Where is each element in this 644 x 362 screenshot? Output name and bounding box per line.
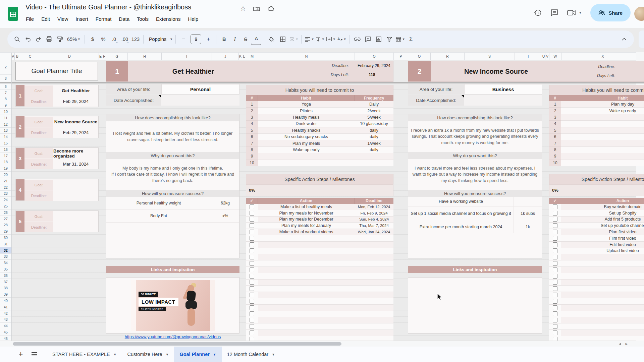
checkbox-icon[interactable]: [553, 230, 557, 234]
action-row[interactable]: [549, 273, 644, 280]
row-header-19[interactable]: 19: [0, 165, 11, 172]
action-name[interactable]: [561, 273, 644, 280]
column-header-G[interactable]: G: [106, 53, 128, 60]
row-header-33[interactable]: 33: [0, 254, 11, 260]
goal-card-5[interactable]: 5Goal:Deadline:: [15, 210, 99, 232]
action-row[interactable]: [246, 336, 393, 341]
checkbox-icon[interactable]: [250, 330, 254, 335]
habit-name[interactable]: Plan my day: [561, 101, 644, 108]
action-name[interactable]: Buy website domain: [561, 204, 644, 210]
action-row[interactable]: Upload first video: [549, 248, 644, 254]
action-row[interactable]: Make a list of workout videosWed, Jan 24…: [246, 229, 393, 235]
checkbox-icon[interactable]: [250, 217, 254, 222]
action-deadline[interactable]: Mon, Feb 12, 2024: [355, 204, 393, 210]
action-name[interactable]: [258, 336, 355, 341]
row-header-41[interactable]: 41: [0, 304, 11, 310]
checkbox-icon[interactable]: [553, 261, 557, 266]
habit-name[interactable]: [561, 147, 644, 153]
habit-name[interactable]: Plan my meals: [258, 140, 355, 146]
habit-row[interactable]: 9: [549, 153, 644, 160]
action-name[interactable]: [258, 260, 355, 267]
column-header-T[interactable]: T: [515, 53, 542, 60]
horizontal-scrollbar[interactable]: ◀ ▶: [0, 341, 644, 347]
column-header-D[interactable]: D: [40, 53, 99, 60]
action-name[interactable]: [258, 273, 355, 280]
column-header-P[interactable]: P: [394, 53, 408, 60]
action-row[interactable]: [246, 273, 393, 280]
all-sheets-icon[interactable]: [28, 348, 41, 361]
goal2-measure-row[interactable]: Extra income per month starting march 20…: [408, 221, 542, 233]
column-header-M[interactable]: M: [246, 53, 258, 60]
goal1-detail-box[interactable]: How does accomplishing this look like? I…: [106, 114, 239, 258]
action-deadline[interactable]: [355, 273, 393, 280]
habit-name[interactable]: Healthy meals: [258, 114, 355, 121]
insert-comment-icon[interactable]: [363, 34, 373, 44]
checkbox-icon[interactable]: [250, 274, 254, 279]
row-header-6[interactable]: 6: [0, 83, 11, 90]
column-header-B[interactable]: B: [15, 53, 20, 60]
checkbox-icon[interactable]: [250, 299, 254, 304]
row-header-10[interactable]: 10: [0, 109, 11, 115]
row-header-36[interactable]: 36: [0, 273, 11, 279]
row-header-30[interactable]: 30: [0, 235, 11, 241]
checkbox-icon[interactable]: [553, 299, 557, 304]
row-header-8[interactable]: 8: [0, 96, 11, 103]
habit-row[interactable]: 7Plan my meals1/week: [246, 140, 393, 146]
frozen-rows-divider[interactable]: [0, 82, 644, 83]
column-header-Q[interactable]: Q: [408, 53, 431, 60]
habit-row[interactable]: 8: [549, 147, 644, 153]
action-row[interactable]: [246, 242, 393, 248]
checkbox-icon[interactable]: [250, 337, 254, 341]
action-name[interactable]: Plan my meals for January: [258, 223, 355, 229]
action-deadline[interactable]: [355, 242, 393, 248]
deadline-value[interactable]: [53, 222, 98, 232]
action-name[interactable]: [258, 248, 355, 254]
row-header-20[interactable]: 20: [0, 172, 11, 178]
action-row[interactable]: [549, 330, 644, 336]
checkbox-icon[interactable]: [553, 305, 557, 310]
goal2-measure-row[interactable]: Have a working website: [408, 197, 542, 206]
goal1-measure-row[interactable]: Body Fat x%: [106, 209, 239, 223]
habit-name[interactable]: [561, 160, 644, 166]
row-header-44[interactable]: 44: [0, 323, 11, 329]
tab-goal-planner[interactable]: Goal Planner▼: [174, 347, 221, 362]
action-name[interactable]: [258, 235, 355, 242]
column-header-W[interactable]: W: [549, 53, 561, 60]
checkbox-icon[interactable]: [553, 248, 557, 253]
action-name[interactable]: [561, 260, 644, 267]
habit-row[interactable]: 10: [549, 160, 644, 166]
deadline-value[interactable]: Feb 29, 2024: [53, 96, 98, 107]
tab-12-month-calendar[interactable]: 12 Month Calendar▼: [222, 347, 280, 362]
checkbox-icon[interactable]: [250, 204, 254, 209]
habit-row[interactable]: 3Healthy meals5/week: [246, 114, 393, 121]
action-name[interactable]: [561, 267, 644, 273]
checkbox-icon[interactable]: [553, 242, 557, 247]
habit-row[interactable]: 1Plan my day: [549, 101, 644, 108]
goal2-links-box[interactable]: [408, 277, 542, 334]
merge-cells-icon[interactable]: ▼: [288, 34, 299, 44]
format-percent-button[interactable]: %: [98, 34, 108, 44]
action-name[interactable]: Film first video: [561, 235, 644, 242]
row-header-7[interactable]: 7: [0, 90, 11, 96]
action-row[interactable]: [549, 254, 644, 260]
column-header-H[interactable]: H: [128, 53, 162, 60]
tab-caret-icon[interactable]: ▼: [113, 353, 117, 356]
action-deadline[interactable]: [355, 280, 393, 286]
row-header-11[interactable]: 11: [0, 115, 11, 121]
add-sheet-icon[interactable]: +: [14, 348, 28, 361]
action-name[interactable]: Set up youtube channel: [561, 223, 644, 229]
habit-frequency[interactable]: 2/week: [355, 108, 393, 114]
horizontal-align-icon[interactable]: ▼: [304, 34, 314, 44]
habit-name[interactable]: [561, 134, 644, 140]
google-sheets-logo[interactable]: [5, 6, 21, 21]
row-header-18[interactable]: 18: [0, 159, 11, 166]
bold-button[interactable]: B: [219, 34, 229, 44]
habit-frequency[interactable]: [355, 160, 393, 166]
habit-name[interactable]: Yoga: [258, 101, 355, 108]
goal1-steps-header[interactable]: Specific Action Steps / Milestones: [246, 174, 393, 184]
habit-row[interactable]: 2Pilates2/week: [246, 108, 393, 114]
checkbox-icon[interactable]: [250, 223, 254, 228]
goal2-area-box[interactable]: Area of your life: Business Date Accompl…: [408, 84, 542, 106]
side-panel-handle[interactable]: [639, 31, 644, 48]
spreadsheet-grid[interactable]: 2367891011121314151617181920212223242526…: [0, 60, 644, 341]
